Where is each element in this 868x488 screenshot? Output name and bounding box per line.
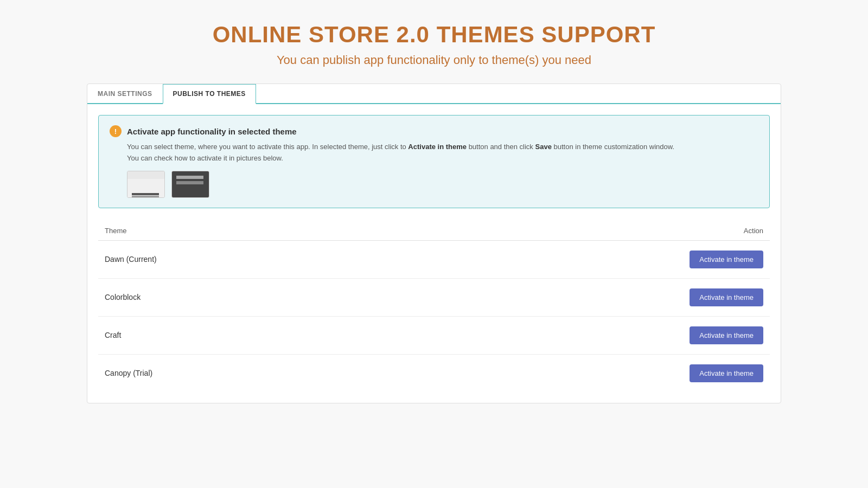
theme-name: Colorblock: [98, 278, 386, 316]
activate-theme-button[interactable]: Activate in theme: [690, 251, 763, 268]
theme-name: Craft: [98, 316, 386, 354]
info-icon: !: [110, 125, 122, 137]
theme-action-cell: Activate in theme: [386, 354, 770, 392]
theme-action-cell: Activate in theme: [386, 278, 770, 316]
theme-name: Dawn (Current): [98, 240, 386, 278]
thumbnail-2: [171, 171, 209, 198]
page-subtitle: You can publish app functionality only t…: [213, 53, 656, 67]
activate-theme-button[interactable]: Activate in theme: [690, 326, 763, 344]
card-body: ! Activate app functionality in selected…: [87, 104, 781, 403]
table-row: CraftActivate in theme: [98, 316, 770, 354]
tabs-bar: MAIN SETTINGS PUBLISH TO THEMES: [87, 84, 781, 104]
table-row: Dawn (Current)Activate in theme: [98, 240, 770, 278]
theme-name: Canopy (Trial): [98, 354, 386, 392]
tab-publish-to-themes[interactable]: PUBLISH TO THEMES: [163, 84, 256, 104]
themes-table: Theme Action Dawn (Current)Activate in t…: [98, 221, 770, 392]
thumbnail-1: [127, 171, 165, 198]
info-box: ! Activate app functionality in selected…: [98, 115, 770, 208]
table-row: ColorblockActivate in theme: [98, 278, 770, 316]
activate-theme-button[interactable]: Activate in theme: [690, 364, 763, 382]
theme-action-cell: Activate in theme: [386, 240, 770, 278]
table-row: Canopy (Trial)Activate in theme: [98, 354, 770, 392]
activate-theme-button[interactable]: Activate in theme: [690, 288, 763, 306]
tab-main-settings[interactable]: MAIN SETTINGS: [87, 84, 163, 103]
page-header: ONLINE STORE 2.0 THEMES SUPPORT You can …: [202, 0, 667, 84]
theme-action-cell: Activate in theme: [386, 316, 770, 354]
col-theme-header: Theme: [98, 221, 386, 241]
info-box-title: Activate app functionality in selected t…: [127, 127, 297, 136]
info-box-header: ! Activate app functionality in selected…: [110, 125, 758, 137]
thumbnails: [127, 171, 758, 198]
col-action-header: Action: [386, 221, 770, 241]
main-card: MAIN SETTINGS PUBLISH TO THEMES ! Activa…: [87, 84, 781, 403]
info-box-desc: You can select theme, where you want to …: [127, 142, 758, 164]
page-title: ONLINE STORE 2.0 THEMES SUPPORT: [213, 22, 656, 48]
